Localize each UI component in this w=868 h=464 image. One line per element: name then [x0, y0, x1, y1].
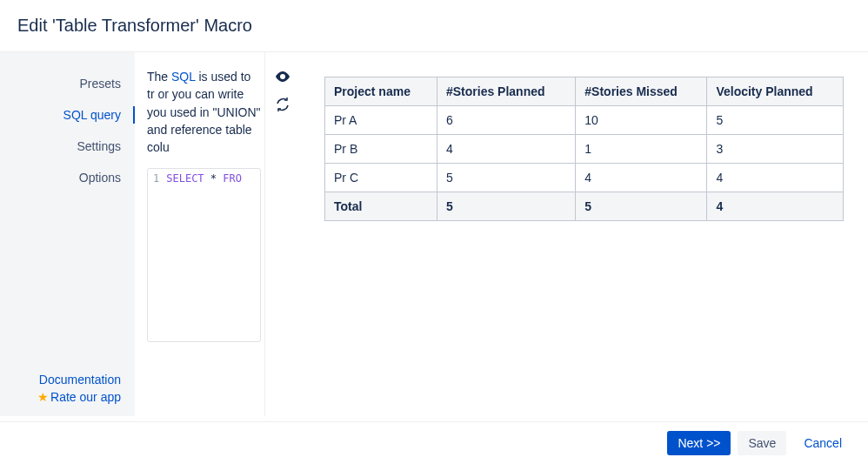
- cancel-button[interactable]: Cancel: [793, 431, 852, 455]
- preview-icon[interactable]: [274, 68, 291, 85]
- line-number: 1: [153, 172, 159, 185]
- sidebar-item-label: SQL query: [63, 108, 121, 122]
- sql-code-editor[interactable]: 1SELECT * FRO: [147, 168, 261, 342]
- sidebar-nav: Presets SQL query Settings Options: [0, 68, 135, 193]
- refresh-icon[interactable]: [274, 96, 291, 113]
- col-velocity-planned: Velocity Planned: [707, 77, 844, 106]
- main-area: Presets SQL query Settings Options Docum…: [0, 52, 868, 416]
- table-header-row: Project name #Stories Planned #Stories M…: [325, 77, 844, 106]
- col-stories-planned: #Stories Planned: [437, 77, 575, 106]
- dialog-header: Edit 'Table Transformer' Macro: [0, 0, 868, 52]
- sql-keyword: SELECT: [166, 172, 204, 185]
- col-stories-missed: #Stories Missed: [576, 77, 707, 106]
- sidebar-item-label: Presets: [80, 77, 121, 91]
- sidebar-item-label: Settings: [77, 139, 121, 153]
- sidebar: Presets SQL query Settings Options Docum…: [0, 52, 135, 416]
- preview-panel: Project name #Stories Planned #Stories M…: [300, 52, 868, 416]
- sidebar-item-sql-query[interactable]: SQL query: [0, 99, 135, 131]
- dialog-footer: Next >> Save Cancel: [0, 421, 868, 464]
- table-row: Pr A 6 10 5: [325, 106, 844, 135]
- table-total-row: Total 5 5 4: [325, 192, 844, 221]
- sidebar-item-settings[interactable]: Settings: [0, 131, 135, 162]
- star-icon: ★: [37, 390, 49, 404]
- sidebar-bottom: Documentation ★Rate our app: [0, 371, 135, 406]
- tool-icons: [265, 52, 300, 416]
- table-row: Pr B 4 1 3: [325, 135, 844, 164]
- result-table: Project name #Stories Planned #Stories M…: [324, 77, 844, 221]
- rate-app-link[interactable]: ★Rate our app: [0, 388, 126, 406]
- rate-app-label: Rate our app: [50, 390, 121, 404]
- sql-keyword: FRO: [223, 172, 242, 185]
- next-button[interactable]: Next >>: [667, 431, 731, 455]
- save-button[interactable]: Save: [738, 431, 786, 455]
- dialog-title: Edit 'Table Transformer' Macro: [17, 16, 851, 36]
- editor-panel: The SQL is used to tr or you can write y…: [135, 52, 265, 416]
- col-project-name: Project name: [325, 77, 437, 106]
- editor-description: The SQL is used to tr or you can write y…: [147, 68, 261, 156]
- sidebar-item-options[interactable]: Options: [0, 162, 135, 193]
- table-row: Pr C 5 4 4: [325, 164, 844, 192]
- sidebar-item-presets[interactable]: Presets: [0, 68, 135, 99]
- sql-link[interactable]: SQL: [171, 70, 196, 84]
- sidebar-item-label: Options: [79, 171, 121, 185]
- svg-point-0: [282, 76, 284, 78]
- documentation-link[interactable]: Documentation: [0, 371, 126, 388]
